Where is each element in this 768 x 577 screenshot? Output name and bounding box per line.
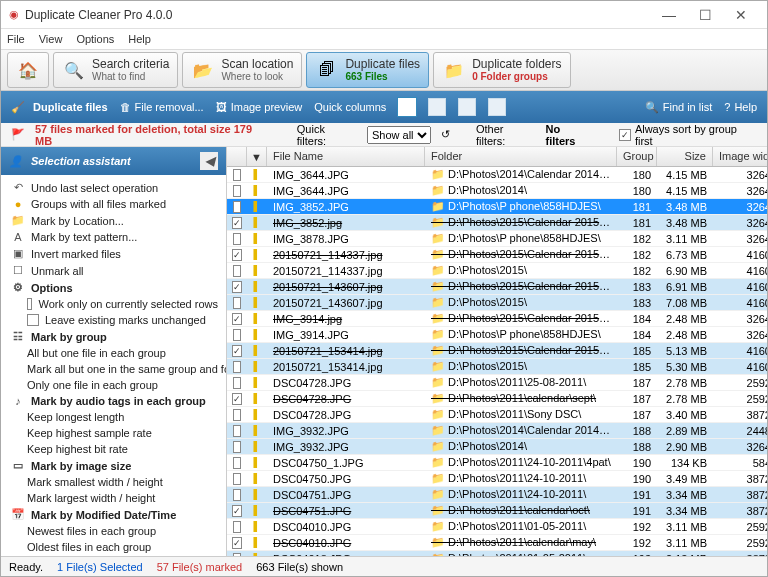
close-button[interactable]: ✕ (723, 7, 759, 23)
sidebar-item[interactable]: Only one file in each group (1, 377, 226, 393)
sidebar-item[interactable]: ↶Undo last select operation (1, 179, 226, 196)
table-row[interactable]: ▌DSC04728.JPG📁 D:\Photos\2011\Sony DSC\1… (227, 407, 767, 423)
table-row[interactable]: ▌IMG_3914.JPG📁 D:\Photos\P phone\858HDJE… (227, 327, 767, 343)
quickcol-2[interactable] (428, 98, 446, 116)
menu-file[interactable]: File (7, 33, 25, 45)
row-checkbox[interactable] (233, 297, 241, 309)
sidebar-item[interactable]: ▭Mark by image size (1, 457, 226, 474)
col-width[interactable]: Image width (713, 147, 767, 166)
sidebar-item[interactable]: 📅Mark by Modified Date/Time (1, 506, 226, 523)
quickcol-3[interactable] (458, 98, 476, 116)
table-row[interactable]: ▌DSC04750.JPG📁 D:\Photos\2011\24-10-2011… (227, 471, 767, 487)
quickcol-4[interactable] (488, 98, 506, 116)
row-checkbox[interactable]: ✓ (232, 537, 242, 549)
col-folder[interactable]: Folder (425, 147, 617, 166)
table-row[interactable]: ▌IMG_3644.JPG📁 D:\Photos\2014\Calendar 2… (227, 167, 767, 183)
sort-by-group-checkbox[interactable]: ✓Always sort by group first (619, 123, 757, 147)
sidebar-item[interactable]: AMark by text pattern... (1, 229, 226, 245)
table-row[interactable]: ▌DSC04750_1.JPG📁 D:\Photos\2011\24-10-20… (227, 455, 767, 471)
sidebar-item[interactable]: All but one file in each group (1, 345, 226, 361)
sidebar-item[interactable]: Oldest files in each group (1, 539, 226, 555)
sidebar-item[interactable]: ●Groups with all files marked (1, 196, 226, 212)
row-checkbox[interactable]: ✓ (232, 217, 242, 229)
row-checkbox[interactable] (233, 201, 241, 213)
table-row[interactable]: ✓▌DSC04010.JPG📁 D:\Photos\2011\calendar\… (227, 535, 767, 551)
table-row[interactable]: ▌DSC04751.JPG📁 D:\Photos\2011\24-10-2011… (227, 487, 767, 503)
row-checkbox[interactable] (233, 169, 241, 181)
row-checkbox[interactable] (233, 361, 241, 373)
duplicate-folders-tab[interactable]: 📁 Duplicate folders0 Folder groups (433, 52, 570, 88)
col-icon[interactable]: ▼ (247, 147, 267, 166)
scan-location-tab[interactable]: 📂 Scan locationWhere to look (182, 52, 302, 88)
sidebar-item[interactable]: Newest files in each group (1, 523, 226, 539)
row-checkbox[interactable] (233, 377, 241, 389)
table-row[interactable]: ▌IMG_3878.JPG📁 D:\Photos\P phone\858HDJE… (227, 231, 767, 247)
table-row[interactable]: ✓▌20150721_114337.jpg📁 D:\Photos\2015\Ca… (227, 247, 767, 263)
row-checkbox[interactable] (233, 473, 241, 485)
image-preview-button[interactable]: 🖼Image preview (216, 101, 303, 113)
menu-help[interactable]: Help (128, 33, 151, 45)
sidebar-item[interactable]: Keep longest length (1, 409, 226, 425)
find-in-list-button[interactable]: 🔍Find in list (645, 101, 713, 114)
table-row[interactable]: ✓▌DSC04751.JPG📁 D:\Photos\2011\calendar\… (227, 503, 767, 519)
grid-body[interactable]: ▌IMG_3644.JPG📁 D:\Photos\2014\Calendar 2… (227, 167, 767, 556)
sidebar-item[interactable]: ♪Mark by audio tags in each group (1, 393, 226, 409)
home-button[interactable]: 🏠 (7, 52, 49, 88)
row-checkbox[interactable] (233, 489, 241, 501)
row-checkbox[interactable] (233, 409, 241, 421)
row-checkbox[interactable] (233, 457, 241, 469)
sidebar-item[interactable]: Keep highest bit rate (1, 441, 226, 457)
row-checkbox[interactable]: ✓ (232, 505, 242, 517)
search-criteria-tab[interactable]: 🔍 Search criteriaWhat to find (53, 52, 178, 88)
row-checkbox[interactable] (233, 425, 241, 437)
table-row[interactable]: ✓▌IMG_3852.jpg📁 D:\Photos\2015\Calendar … (227, 215, 767, 231)
table-row[interactable]: ✓▌20150721_143607.jpg📁 D:\Photos\2015\Ca… (227, 279, 767, 295)
sidebar-item[interactable]: ☐Unmark all (1, 262, 226, 279)
row-checkbox[interactable] (233, 185, 241, 197)
sidebar-item[interactable]: Work only on currently selected rows (1, 296, 226, 312)
table-row[interactable]: ▌DSC04010.JPG📁 D:\Photos\2011\01-05-2011… (227, 519, 767, 535)
sidebar-item[interactable]: ▣Invert marked files (1, 245, 226, 262)
checkbox-icon[interactable] (27, 298, 32, 310)
col-checkbox[interactable] (227, 147, 247, 166)
sidebar-item[interactable]: Leave existing marks unchanged (1, 312, 226, 328)
row-checkbox[interactable] (233, 233, 241, 245)
table-row[interactable]: ▌IMG_3932.JPG📁 D:\Photos\2014\1882.90 MB… (227, 439, 767, 455)
checkbox-icon[interactable] (27, 314, 39, 326)
row-checkbox[interactable]: ✓ (232, 249, 242, 261)
sidebar-item[interactable]: Mark largest width / height (1, 490, 226, 506)
quickcol-1[interactable] (398, 98, 416, 116)
col-size[interactable]: Size (657, 147, 713, 166)
sidebar-item[interactable]: 📁Mark by Location... (1, 212, 226, 229)
table-row[interactable]: ▌IMG_3852.JPG📁 D:\Photos\P phone\858HDJE… (227, 199, 767, 215)
table-row[interactable]: ✓▌20150721_153414.jpg📁 D:\Photos\2015\Ca… (227, 343, 767, 359)
minimize-button[interactable]: — (651, 7, 687, 23)
collapse-sidebar-button[interactable]: ◀ (200, 152, 218, 170)
row-checkbox[interactable]: ✓ (232, 393, 242, 405)
table-row[interactable]: ▌20150721_114337.jpg📁 D:\Photos\2015\182… (227, 263, 767, 279)
row-checkbox[interactable] (233, 441, 241, 453)
table-row[interactable]: ▌IMG_3644.JPG📁 D:\Photos\2014\1804.15 MB… (227, 183, 767, 199)
row-checkbox[interactable]: ✓ (232, 281, 242, 293)
row-checkbox[interactable] (233, 265, 241, 277)
duplicate-files-tab[interactable]: 🗐 Duplicate files663 Files (306, 52, 429, 88)
sidebar-item[interactable]: ⚙Options (1, 279, 226, 296)
table-row[interactable]: ✓▌DSC04728.JPG📁 D:\Photos\2011\calendar\… (227, 391, 767, 407)
help-button[interactable]: ?Help (724, 101, 757, 113)
sidebar-item[interactable]: Mark all but one in the same group and f… (1, 361, 226, 377)
menu-options[interactable]: Options (76, 33, 114, 45)
reset-filter-icon[interactable]: ↺ (441, 128, 450, 141)
col-group[interactable]: Group (617, 147, 657, 166)
sidebar-item[interactable]: Mark smallest width / height (1, 474, 226, 490)
table-row[interactable]: ▌DSC04728.JPG📁 D:\Photos\2011\25-08-2011… (227, 375, 767, 391)
row-checkbox[interactable]: ✓ (232, 313, 242, 325)
file-removal-button[interactable]: 🗑File removal... (120, 101, 204, 113)
sidebar-item[interactable]: ☷Mark by group (1, 328, 226, 345)
col-filename[interactable]: File Name (267, 147, 425, 166)
sidebar-item[interactable]: Keep highest sample rate (1, 425, 226, 441)
row-checkbox[interactable]: ✓ (232, 345, 242, 357)
table-row[interactable]: ▌IMG_3932.JPG📁 D:\Photos\2014\Calendar 2… (227, 423, 767, 439)
menu-view[interactable]: View (39, 33, 63, 45)
maximize-button[interactable]: ☐ (687, 7, 723, 23)
table-row[interactable]: ▌20150721_153414.jpg📁 D:\Photos\2015\185… (227, 359, 767, 375)
